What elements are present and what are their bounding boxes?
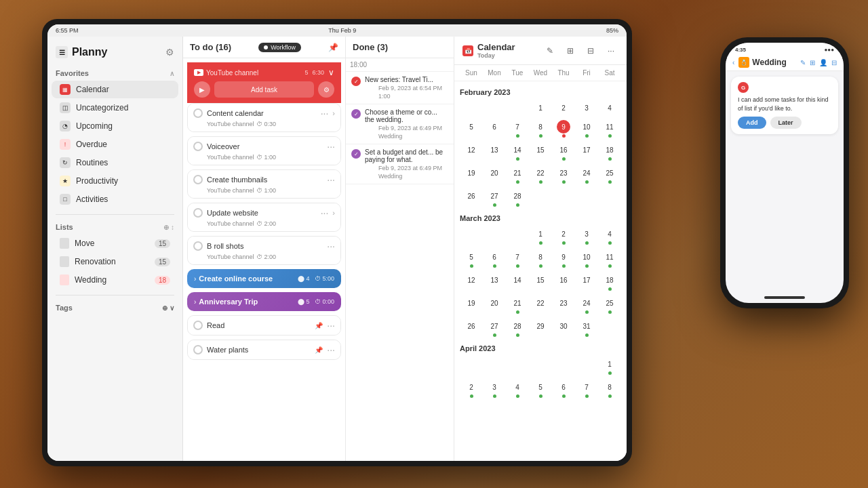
cal-cell[interactable]: 18	[598, 271, 621, 293]
cal-cell[interactable]: 19	[460, 164, 483, 186]
expand-icon[interactable]: ∨	[328, 68, 334, 77]
cal-cell[interactable]: 5	[460, 118, 483, 140]
cal-cell[interactable]	[506, 355, 529, 377]
more-icon[interactable]: ···	[327, 241, 335, 251]
ai-later-button[interactable]: Later	[770, 117, 802, 129]
cal-cell[interactable]	[552, 355, 575, 377]
cal-cell[interactable]	[460, 225, 483, 247]
cal-cell[interactable]	[575, 355, 598, 377]
cal-cell[interactable]: 24	[575, 164, 598, 186]
more-icon[interactable]: ···	[327, 320, 335, 331]
sidebar-item-routines[interactable]: ↻ Routines	[52, 154, 178, 171]
cal-cell[interactable]: 4	[598, 225, 621, 247]
task-checkbox[interactable]	[193, 108, 203, 118]
more-icon[interactable]: ···	[321, 108, 329, 119]
task-checkbox[interactable]	[193, 321, 203, 330]
cal-cell[interactable]: 7	[575, 378, 598, 400]
sidebar-item-productivity[interactable]: ★ Productivity	[52, 172, 178, 190]
cal-cell[interactable]: 22	[529, 294, 552, 316]
sidebar-item-upcoming[interactable]: ◔ Upcoming	[52, 117, 178, 135]
cal-cell[interactable]	[506, 225, 529, 247]
more-icon[interactable]: ⊟	[831, 59, 837, 66]
sidebar-item-overdue[interactable]: ! Overdue	[52, 136, 178, 153]
cal-cell[interactable]	[575, 187, 598, 209]
cal-cell[interactable]: 21	[506, 164, 529, 186]
cal-cell[interactable]	[483, 355, 506, 377]
cal-cell[interactable]: 5	[460, 248, 483, 270]
cal-cell[interactable]	[529, 187, 552, 209]
cal-cell[interactable]: 27	[483, 187, 506, 209]
cal-cell[interactable]: 4	[506, 378, 529, 400]
cal-cell[interactable]: 17	[575, 141, 598, 163]
more-icon[interactable]: ···	[327, 174, 335, 185]
more-icon[interactable]: ···	[327, 141, 335, 152]
cal-cell[interactable]: 26	[460, 187, 483, 209]
workflow-badge[interactable]: Workflow	[258, 43, 301, 52]
layout-icon[interactable]: ⊟	[583, 43, 598, 58]
more-icon[interactable]: ···	[327, 344, 335, 355]
cal-cell[interactable]: 9	[552, 248, 575, 270]
cal-cell[interactable]: 4	[598, 99, 621, 117]
cal-cell[interactable]	[506, 99, 529, 117]
task-checkbox[interactable]	[193, 142, 203, 151]
cal-cell[interactable]: 31	[575, 317, 598, 339]
arrow-icon[interactable]: ›	[332, 209, 335, 217]
cal-cell[interactable]: 24	[575, 294, 598, 316]
cal-cell[interactable]	[598, 187, 621, 209]
cal-cell[interactable]: 8	[529, 118, 552, 140]
cal-cell[interactable]	[529, 355, 552, 377]
add-task-button[interactable]: Add task	[214, 81, 314, 98]
cal-cell[interactable]: 27	[483, 317, 506, 339]
cal-cell[interactable]: 6	[483, 248, 506, 270]
cal-cell[interactable]: 3	[575, 225, 598, 247]
cal-cell[interactable]: 16	[552, 141, 575, 163]
view-icon[interactable]: ⊞	[563, 43, 578, 58]
cal-cell[interactable]	[552, 187, 575, 209]
settings-icon[interactable]: ⚙	[165, 47, 174, 58]
play-btn[interactable]: ▶	[194, 81, 210, 98]
cal-cell[interactable]: 10	[575, 248, 598, 270]
cal-cell[interactable]: 28	[506, 187, 529, 209]
cal-cell[interactable]: 15	[529, 141, 552, 163]
cal-cell[interactable]: 12	[460, 271, 483, 293]
sidebar-item-calendar[interactable]: ▦ Calendar	[52, 81, 178, 98]
cal-cell[interactable]: 18	[598, 141, 621, 163]
cal-cell[interactable]: 1	[529, 99, 552, 117]
cal-cell[interactable]: 11	[598, 248, 621, 270]
more-icon[interactable]: ···	[321, 207, 329, 218]
cal-cell[interactable]: 20	[483, 164, 506, 186]
cal-cell[interactable]: 6	[552, 378, 575, 400]
cal-cell[interactable]: 10	[575, 118, 598, 140]
cal-cell[interactable]	[460, 99, 483, 117]
edit-icon[interactable]: ✎	[800, 59, 806, 66]
cal-cell[interactable]: 3	[575, 99, 598, 117]
cal-cell[interactable]: 25	[598, 164, 621, 186]
cal-cell-today[interactable]: 9	[552, 118, 575, 140]
cal-cell[interactable]: 29	[529, 317, 552, 339]
cal-cell[interactable]: 23	[552, 294, 575, 316]
task-checkbox[interactable]	[193, 208, 203, 218]
person-icon[interactable]: 👤	[819, 59, 827, 66]
cal-cell[interactable]: 14	[506, 141, 529, 163]
cal-cell[interactable]: 8	[529, 248, 552, 270]
share-icon[interactable]: ⊞	[810, 59, 815, 66]
cal-cell[interactable]: 17	[575, 271, 598, 293]
cal-cell[interactable]: 26	[460, 317, 483, 339]
cal-cell[interactable]	[483, 225, 506, 247]
cal-cell[interactable]: 1	[598, 355, 621, 377]
cal-cell[interactable]: 2	[460, 378, 483, 400]
cal-cell[interactable]: 7	[506, 118, 529, 140]
cal-cell[interactable]: 21	[506, 294, 529, 316]
ai-add-button[interactable]: Add	[738, 117, 766, 129]
cal-cell[interactable]: 15	[529, 271, 552, 293]
cal-cell[interactable]: 11	[598, 118, 621, 140]
cal-cell[interactable]: 14	[506, 271, 529, 293]
cal-cell[interactable]: 2	[552, 225, 575, 247]
cal-cell[interactable]: 28	[506, 317, 529, 339]
cal-cell[interactable]: 12	[460, 141, 483, 163]
cal-cell[interactable]: 25	[598, 294, 621, 316]
task-checkbox[interactable]	[193, 241, 203, 251]
cal-cell[interactable]: 6	[483, 118, 506, 140]
cal-cell[interactable]: 2	[552, 99, 575, 117]
cal-cell[interactable]: 13	[483, 141, 506, 163]
